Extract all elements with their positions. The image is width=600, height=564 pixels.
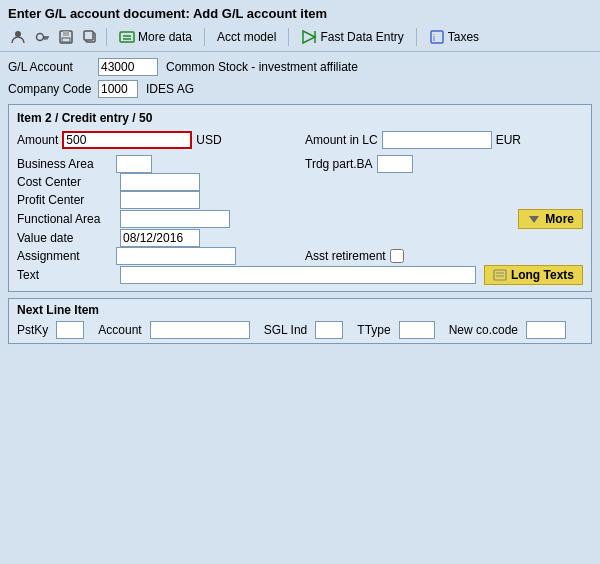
copy-icon[interactable] <box>80 27 100 47</box>
profit-center-input[interactable] <box>120 191 200 209</box>
functional-area-label: Functional Area <box>17 212 112 226</box>
text-label: Text <box>17 268 112 282</box>
long-texts-icon <box>493 268 507 282</box>
key-icon[interactable] <box>32 27 52 47</box>
title-bar: Enter G/L account document: Add G/L acco… <box>0 0 600 25</box>
svg-rect-6 <box>63 31 69 36</box>
amount-label: Amount <box>17 133 58 147</box>
sgl-ind-input[interactable] <box>315 321 343 339</box>
taxes-button[interactable]: i Taxes <box>423 27 485 47</box>
pstky-input[interactable] <box>56 321 84 339</box>
new-co-code-label: New co.code <box>449 323 518 337</box>
next-line-header: Next Line Item <box>17 303 583 317</box>
toolbar: More data Acct model Fast Data Entry i T… <box>0 25 600 52</box>
company-code-input[interactable] <box>98 80 138 98</box>
save-icon[interactable] <box>56 27 76 47</box>
next-line-section: Next Line Item PstKy Account SGL Ind TTy… <box>8 298 592 344</box>
more-button[interactable]: More <box>518 209 583 229</box>
business-area-input[interactable] <box>116 155 152 173</box>
more-data-button[interactable]: More data <box>113 27 198 47</box>
sgl-ind-label: SGL Ind <box>264 323 308 337</box>
value-date-label: Value date <box>17 231 112 245</box>
account-label: Account <box>98 323 141 337</box>
person-icon[interactable] <box>8 27 28 47</box>
text-input[interactable] <box>120 266 476 284</box>
business-area-label: Business Area <box>17 157 112 171</box>
svg-marker-13 <box>303 31 315 43</box>
long-texts-button[interactable]: Long Texts <box>484 265 583 285</box>
separator-2 <box>204 28 205 46</box>
more-data-label: More data <box>138 30 192 44</box>
item-section-header: Item 2 / Credit entry / 50 <box>17 111 583 125</box>
account-input[interactable] <box>150 321 250 339</box>
page-title: Enter G/L account document: Add G/L acco… <box>8 6 327 21</box>
functional-area-row: Functional Area More <box>17 209 583 229</box>
svg-text:i: i <box>433 33 435 43</box>
amount-lc-currency: EUR <box>496 133 521 147</box>
functional-area-input[interactable] <box>120 210 230 228</box>
amount-row: Amount USD Amount in LC EUR <box>17 131 583 149</box>
more-icon <box>527 212 541 226</box>
svg-rect-10 <box>120 32 134 42</box>
gl-account-desc: Common Stock - investment affiliate <box>166 60 358 74</box>
cost-center-label: Cost Center <box>17 175 112 189</box>
gl-account-label: G/L Account <box>8 60 98 74</box>
separator-1 <box>106 28 107 46</box>
assignment-label: Assignment <box>17 249 112 263</box>
company-code-row: Company Code IDES AG <box>8 80 592 98</box>
profit-center-row: Profit Center <box>17 191 583 209</box>
svg-point-1 <box>37 34 44 41</box>
svg-rect-9 <box>84 31 93 40</box>
trdg-part-ba-label: Trdg part.BA <box>305 157 373 171</box>
profit-center-label: Profit Center <box>17 193 112 207</box>
item-section: Item 2 / Credit entry / 50 Amount USD Am… <box>8 104 592 292</box>
value-date-row: Value date <box>17 229 583 247</box>
business-area-row: Business Area Trdg part.BA <box>17 155 583 173</box>
pstky-label: PstKy <box>17 323 48 337</box>
amount-currency: USD <box>196 133 221 147</box>
separator-4 <box>416 28 417 46</box>
separator-3 <box>288 28 289 46</box>
fast-data-entry-label: Fast Data Entry <box>320 30 403 44</box>
amount-lc-input[interactable] <box>382 131 492 149</box>
taxes-label: Taxes <box>448 30 479 44</box>
acct-model-button[interactable]: Acct model <box>211 28 282 46</box>
svg-rect-18 <box>494 270 506 280</box>
value-date-input[interactable] <box>120 229 200 247</box>
svg-point-0 <box>15 31 21 37</box>
ttype-label: TType <box>357 323 390 337</box>
trdg-part-ba-input[interactable] <box>377 155 413 173</box>
ttype-input[interactable] <box>399 321 435 339</box>
gl-account-row: G/L Account Common Stock - investment af… <box>8 58 592 76</box>
svg-marker-17 <box>529 216 539 223</box>
fast-data-entry-button[interactable]: Fast Data Entry <box>295 27 409 47</box>
main-content: G/L Account Common Stock - investment af… <box>0 52 600 350</box>
assignment-input[interactable] <box>116 247 236 265</box>
svg-rect-7 <box>62 38 70 42</box>
amount-lc-label: Amount in LC <box>305 133 378 147</box>
next-line-row: PstKy Account SGL Ind TType New co.code <box>17 321 583 339</box>
new-co-code-input[interactable] <box>526 321 566 339</box>
gl-account-input[interactable] <box>98 58 158 76</box>
amount-input[interactable] <box>62 131 192 149</box>
more-label: More <box>545 212 574 226</box>
company-code-desc: IDES AG <box>146 82 194 96</box>
company-code-label: Company Code <box>8 82 98 96</box>
asst-retirement-label: Asst retirement <box>305 249 386 263</box>
acct-model-label: Acct model <box>217 30 276 44</box>
text-row: Text Long Texts <box>17 265 583 285</box>
assignment-row: Assignment Asst retirement <box>17 247 583 265</box>
long-texts-label: Long Texts <box>511 268 574 282</box>
asst-retirement-checkbox[interactable] <box>390 249 404 263</box>
cost-center-row: Cost Center <box>17 173 583 191</box>
cost-center-input[interactable] <box>120 173 200 191</box>
